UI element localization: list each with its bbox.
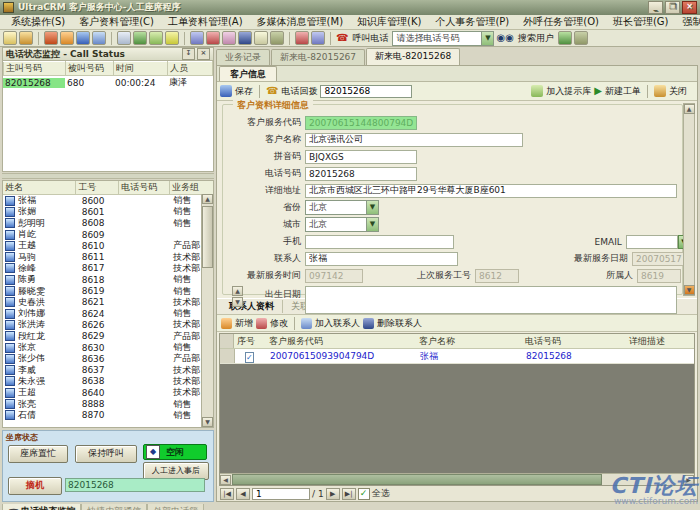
select-all-checkbox[interactable]: ✓: [358, 488, 370, 500]
minimize-button[interactable]: _: [648, 1, 663, 14]
toolbar-icon-14[interactable]: [238, 31, 252, 45]
first-page-icon[interactable]: |◀: [220, 488, 234, 500]
toolbar-icon-8[interactable]: [133, 31, 147, 45]
menu-internal[interactable]: 强制内部管理(W): [676, 15, 700, 29]
toolbar-icon-4[interactable]: [60, 31, 74, 45]
toolbar-icon-20[interactable]: [574, 31, 588, 45]
menu-outbound[interactable]: 外呼任务管理(O): [516, 15, 606, 29]
toolbar-icon-17[interactable]: [295, 31, 309, 45]
scroll-right-icon[interactable]: ▶: [683, 475, 694, 485]
memo-scroll-up-icon[interactable]: ▲: [232, 286, 243, 296]
menu-supervisor[interactable]: 班长管理(G): [606, 15, 676, 29]
toolbar-icon-15[interactable]: [254, 31, 268, 45]
menu-system[interactable]: 系统操作(S): [4, 15, 72, 29]
callback-button[interactable]: 电话回拨: [281, 85, 317, 98]
scroll-down-icon[interactable]: ▼: [684, 285, 695, 295]
call-phone-button[interactable]: 呼叫电话: [352, 32, 388, 45]
col-description[interactable]: 详细描述: [626, 334, 694, 348]
toolbar-icon-6[interactable]: [92, 31, 106, 45]
staff-row[interactable]: 石倩 8870 销售: [3, 410, 213, 421]
memo-scroll-down-icon[interactable]: ▼: [232, 297, 243, 307]
toolbar-icon-11[interactable]: [190, 31, 204, 45]
col-phone[interactable]: 电话号码: [522, 334, 626, 348]
callback-number-input[interactable]: [320, 85, 412, 98]
scroll-down-icon[interactable]: ▼: [202, 417, 213, 427]
scroll-up-icon[interactable]: ▲: [684, 104, 695, 114]
last-page-icon[interactable]: ▶|: [342, 488, 356, 500]
toolbar-icon-2[interactable]: [19, 31, 33, 45]
toolbar-icon-5[interactable]: [76, 31, 90, 45]
menu-knowledge[interactable]: 知识库管理(K): [350, 15, 428, 29]
add-contact-button[interactable]: 加入联系人: [315, 317, 360, 330]
scrollbar-thumb[interactable]: [232, 474, 602, 485]
phone-number-combo[interactable]: 请选择电话号码 ▼: [392, 31, 494, 46]
scroll-left-icon[interactable]: ◀: [220, 475, 231, 485]
call-row[interactable]: 82015268 680 00:00:24 康泽: [3, 76, 213, 89]
chevron-down-icon[interactable]: ▼: [366, 201, 378, 214]
city-combo[interactable]: 北京 ▼: [305, 217, 379, 232]
toolbar-icon-10[interactable]: [165, 31, 179, 45]
idle-button[interactable]: ◆ 空闲: [143, 444, 207, 460]
toolbar-icon-1[interactable]: [3, 31, 17, 45]
address-field[interactable]: [305, 184, 677, 198]
mobile-field[interactable]: [305, 235, 454, 249]
contact-row[interactable]: ✓ 20070615093904794D 张福 82015268: [220, 349, 694, 364]
tab-incoming-82015267[interactable]: 新来电-82015267: [271, 49, 365, 65]
staff-scrollbar[interactable]: ▲ ▼: [201, 194, 213, 427]
hold-call-button[interactable]: 保持呼叫: [75, 445, 137, 463]
form-scrollbar[interactable]: ▲ ▼: [683, 103, 695, 296]
agent-busy-button[interactable]: 座席置忙: [8, 445, 68, 463]
close-icon[interactable]: ×: [197, 48, 210, 60]
col-customer-name[interactable]: 客户名称: [416, 334, 522, 348]
menu-workorder[interactable]: 工单资料管理(A): [161, 15, 250, 29]
delete-contact-button[interactable]: 删除联系人: [377, 317, 422, 330]
col-callee[interactable]: 被叫号码: [66, 62, 114, 76]
contact-field[interactable]: [305, 252, 458, 266]
new-order-button[interactable]: 新建工单: [605, 85, 641, 98]
scrollbar-thumb[interactable]: [202, 206, 213, 268]
col-service-code[interactable]: 客户服务代码: [266, 334, 416, 348]
page-number-input[interactable]: [252, 488, 310, 500]
pin-icon[interactable]: ↧: [182, 48, 195, 60]
chevron-down-icon[interactable]: ▼: [481, 32, 493, 45]
save-button[interactable]: 保存: [235, 85, 253, 98]
search-user-button[interactable]: 搜索用户: [518, 32, 554, 45]
offhook-number-input[interactable]: [65, 478, 205, 492]
birth-date-field[interactable]: [305, 286, 677, 314]
close-button[interactable]: ×: [682, 1, 697, 14]
service-code-field[interactable]: [305, 116, 417, 130]
tab-incoming-82015268[interactable]: 新来电-82015268: [366, 48, 460, 65]
toolbar-icon-3[interactable]: [44, 31, 58, 45]
offhook-button[interactable]: 摘机: [8, 477, 62, 495]
menu-customer[interactable]: 客户资料管理(C): [72, 15, 161, 29]
tab-customer-info[interactable]: 客户信息: [219, 66, 277, 81]
tab-external-phonebook[interactable]: 外部电话簿: [147, 504, 204, 510]
col-staff-id[interactable]: 工号: [76, 181, 119, 194]
province-combo[interactable]: 北京 ▼: [305, 200, 379, 215]
toolbar-icon-19[interactable]: [558, 31, 572, 45]
phone-number-field[interactable]: [305, 167, 417, 181]
add-contact-record-button[interactable]: 新增: [235, 317, 253, 330]
col-staff-group[interactable]: 业务组: [170, 181, 213, 194]
email-field[interactable]: [626, 235, 678, 249]
toolbar-icon-9[interactable]: [149, 31, 163, 45]
col-index[interactable]: 序号: [234, 334, 266, 348]
restore-button[interactable]: ❐: [665, 1, 680, 14]
tab-internal-comm[interactable]: 快捷内部通信: [81, 504, 147, 510]
splitter-handle[interactable]: [2, 173, 214, 179]
menu-personal[interactable]: 个人事务管理(P): [428, 15, 516, 29]
toolbar-icon-16[interactable]: [270, 31, 284, 45]
col-staff-phone[interactable]: 电话号码: [119, 181, 170, 194]
tab-business-record[interactable]: 业务记录: [216, 49, 270, 65]
toolbar-icon-18[interactable]: [311, 31, 325, 45]
scroll-up-icon[interactable]: ▲: [202, 194, 213, 204]
tab-call-status[interactable]: ☎ 电话状态监控: [2, 504, 81, 510]
pinyin-field[interactable]: [305, 150, 417, 164]
col-caller[interactable]: 主叫号码: [4, 62, 66, 76]
chevron-down-icon[interactable]: ▼: [366, 218, 378, 231]
toolbar-icon-7[interactable]: [117, 31, 131, 45]
col-time[interactable]: 时间: [114, 62, 168, 76]
close-form-button[interactable]: 关闭: [669, 85, 687, 98]
row-checkbox[interactable]: ✓: [245, 352, 254, 363]
row-selector[interactable]: [220, 349, 235, 363]
